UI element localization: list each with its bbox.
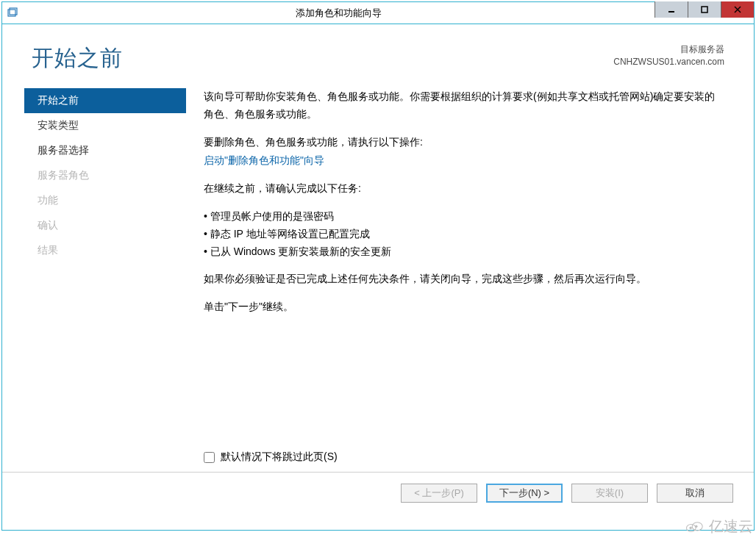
sidebar-item-results: 结果 (24, 238, 186, 263)
task-item: 管理员帐户使用的是强密码 (204, 208, 723, 226)
svg-rect-3 (702, 7, 707, 12)
button-bar: < 上一步(P) 下一步(N) > 安装(I) 取消 (2, 473, 754, 514)
app-icon (2, 7, 23, 19)
target-server-box: 目标服务器 CNHZWSUS01.vancen.com (613, 43, 724, 68)
next-button[interactable]: 下一步(N) > (486, 484, 563, 503)
task-item: 静态 IP 地址等网络设置已配置完成 (204, 226, 723, 243)
window-controls (655, 2, 754, 24)
previous-button: < 上一步(P) (401, 484, 477, 503)
target-server: CNHZWSUS01.vancen.com (613, 56, 724, 68)
skip-page-label: 默认情况下将跳过此页(S) (221, 448, 338, 466)
body: 开始之前 安装类型 服务器选择 服务器角色 功能 确认 结果 该向导可帮助你安装… (2, 82, 754, 472)
sidebar-item-server-roles: 服务器角色 (24, 163, 186, 188)
close-button[interactable] (721, 1, 754, 18)
sidebar-item-features: 功能 (24, 188, 186, 213)
continue-hint: 单击"下一步"继续。 (204, 298, 723, 316)
sidebar: 开始之前 安装类型 服务器选择 服务器角色 功能 确认 结果 (24, 82, 186, 472)
sidebar-item-installation-type[interactable]: 安装类型 (24, 113, 186, 138)
page-title: 开始之前 (32, 43, 123, 73)
skip-page-checkbox[interactable] (204, 452, 215, 463)
skip-page-row: 默认情况下将跳过此页(S) (204, 448, 338, 466)
install-button: 安装(I) (571, 484, 648, 503)
wizard-window: 添加角色和功能向导 开始之前 目标服务器 CNHZWSUS01.vancen.c… (1, 1, 755, 531)
minimize-button[interactable] (655, 1, 688, 18)
maximize-button[interactable] (688, 1, 721, 18)
cancel-button[interactable]: 取消 (657, 484, 733, 503)
titlebar: 添加角色和功能向导 (2, 2, 754, 24)
target-label: 目标服务器 (613, 43, 724, 56)
intro-text: 该向导可帮助你安装角色、角色服务或功能。你需要根据组织的计算要求(例如共享文档或… (204, 88, 723, 123)
remove-roles-link[interactable]: 启动"删除角色和功能"向导 (204, 154, 324, 166)
content-pane: 该向导可帮助你安装角色、角色服务或功能。你需要根据组织的计算要求(例如共享文档或… (186, 82, 754, 472)
window-title: 添加角色和功能向导 (23, 7, 655, 20)
remove-prompt: 要删除角色、角色服务或功能，请执行以下操作: (204, 134, 723, 151)
sidebar-item-server-selection[interactable]: 服务器选择 (24, 138, 186, 163)
task-list: 管理员帐户使用的是强密码 静态 IP 地址等网络设置已配置完成 已从 Windo… (204, 208, 723, 260)
task-item: 已从 Windows 更新安装最新的安全更新 (204, 243, 723, 261)
header: 开始之前 目标服务器 CNHZWSUS01.vancen.com (2, 24, 754, 82)
sidebar-item-confirmation: 确认 (24, 213, 186, 238)
sidebar-item-before-you-begin[interactable]: 开始之前 (24, 88, 186, 113)
confirm-prompt: 在继续之前，请确认完成以下任务: (204, 180, 723, 198)
verify-text: 如果你必须验证是否已完成上述任何先决条件，请关闭向导，完成这些步骤，然后再次运行… (204, 270, 723, 288)
